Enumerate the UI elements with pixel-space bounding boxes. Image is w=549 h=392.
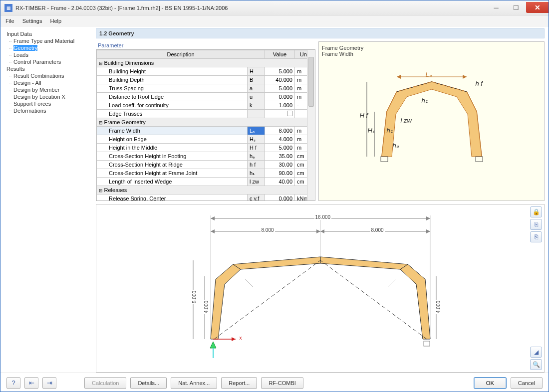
cell-value[interactable]: 90.00 (265, 169, 295, 178)
report-button[interactable]: Report... (221, 377, 257, 389)
cell-value[interactable]: 5.000 (265, 67, 295, 76)
tree-design-location[interactable]: Design by Location X (5, 93, 91, 100)
cell-value[interactable]: 0.000 (265, 195, 295, 201)
cell-desc[interactable]: Frame Width (97, 127, 248, 135)
group-releases[interactable]: Releases (97, 186, 315, 195)
calculation-button[interactable]: Calculation (84, 377, 126, 389)
grid-scrollbar[interactable] (307, 50, 315, 200)
cell-desc[interactable]: Building Height (97, 67, 248, 76)
cell-desc[interactable]: Release Spring, Center (97, 195, 248, 201)
frame-viewer[interactable]: 🔒 ⎘ ⎘ ◢ 🔍 (96, 204, 545, 373)
cell-value[interactable]: 5.000 (265, 84, 295, 93)
cell-desc[interactable]: Cross-Section Height in Footing (97, 152, 248, 161)
copy-button[interactable]: ⎘ (530, 219, 542, 230)
table-row[interactable]: Truss Spacing a 5.000 m (97, 84, 315, 93)
cell-desc[interactable]: Length of Inserted Wedge (97, 178, 248, 186)
cell-value[interactable]: 0.000 (265, 93, 295, 101)
zoom-button[interactable]: 🔍 (530, 359, 542, 370)
table-row[interactable]: Edge Trusses (97, 110, 315, 118)
tree-result-combi[interactable]: Result Combinations (5, 72, 91, 79)
copy2-button[interactable]: ⎘ (530, 231, 542, 242)
tree-control-params[interactable]: Control Parameters (5, 58, 91, 65)
rf-combi-button[interactable]: RF-COMBI (261, 377, 303, 389)
cell-value[interactable] (265, 110, 295, 118)
prev-button[interactable]: ⇤ (24, 377, 38, 389)
preview-panel: Frame Geometry Frame Width (318, 41, 545, 201)
cell-desc[interactable]: Load coeff. for continuity (97, 101, 248, 110)
table-row[interactable]: Release Spring, Center c y,f 0.000 kNm/ (97, 195, 315, 201)
svg-rect-0 (381, 157, 388, 162)
cancel-button[interactable]: Cancel (511, 377, 543, 389)
dim-width: 16.000 (314, 214, 332, 220)
svg-marker-3 (397, 75, 401, 79)
ok-button[interactable]: OK (474, 377, 507, 389)
lock-button[interactable]: 🔒 (530, 206, 542, 217)
dim-half1: 8.000 (261, 227, 275, 233)
table-row[interactable]: Distance to Roof Edge u 0.000 m (97, 93, 315, 101)
cell-value[interactable]: 8.000 (265, 127, 295, 135)
svg-marker-15 (426, 229, 430, 233)
dim-he1: 4.000 (204, 300, 209, 314)
panel-title: 1.2 Geometry (96, 28, 545, 38)
tree-design-all[interactable]: Design - All (5, 79, 91, 86)
table-row[interactable]: Cross-Section Height at Frame Joint h₁ 9… (97, 169, 315, 178)
tree-support-forces[interactable]: Support Forces (5, 100, 91, 107)
cell-value[interactable]: 1.000 (265, 101, 295, 110)
tool-button[interactable]: ◢ (530, 347, 542, 358)
cell-symbol (248, 110, 265, 118)
tree-geometry[interactable]: Geometry (5, 44, 91, 51)
cell-value[interactable]: 40.000 (265, 76, 295, 84)
frame-diagram-icon (347, 62, 517, 177)
table-row[interactable]: Load coeff. for continuity k 1.000 - (97, 101, 315, 110)
tree-deformations[interactable]: Deformations (5, 107, 91, 114)
menu-help[interactable]: Help (50, 18, 61, 24)
table-row[interactable]: Cross-Section Height in Footing hₐ 35.00… (97, 152, 315, 161)
nat-annex-button[interactable]: Nat. Annex... (171, 377, 217, 389)
dim-ht: 5.000 (192, 290, 197, 304)
tree-group-input: Input Data (5, 30, 91, 37)
cell-value[interactable]: 5.000 (265, 144, 295, 152)
label-hf: h f (476, 80, 483, 87)
cell-desc[interactable]: Edge Trusses (97, 110, 248, 118)
cell-value[interactable]: 40.00 (265, 178, 295, 186)
tree-loads[interactable]: Loads (5, 51, 91, 58)
cell-desc[interactable]: Cross-Section Height at Frame Joint (97, 169, 248, 178)
table-row[interactable]: Cross-Section Height at Ridge h f 30.00 … (97, 161, 315, 169)
table-row[interactable]: Building Height H 5.000 m (97, 67, 315, 76)
menu-settings[interactable]: Settings (22, 18, 42, 24)
table-row[interactable]: Building Depth B 40.000 m (97, 76, 315, 84)
group-frame-geom[interactable]: Frame Geometry (97, 118, 315, 127)
table-row[interactable]: Height on Edge Hₛ 4.000 m (97, 135, 315, 144)
cell-desc[interactable]: Cross-Section Height at Ridge (97, 161, 248, 169)
svg-marker-13 (316, 229, 320, 233)
cell-desc[interactable]: Distance to Roof Edge (97, 93, 248, 101)
tree-frame-type[interactable]: Frame Type and Material (5, 37, 91, 44)
table-row[interactable]: Length of Inserted Wedge l zw 40.00 cm (97, 178, 315, 186)
table-row[interactable]: Frame Width Lₐ 8.000 m (97, 127, 315, 135)
cell-desc[interactable]: Building Depth (97, 76, 248, 84)
svg-marker-12 (211, 229, 215, 233)
help-button[interactable]: ? (6, 377, 20, 389)
cell-value[interactable]: 30.00 (265, 161, 295, 169)
next-button[interactable]: ⇥ (42, 377, 56, 389)
cell-desc[interactable]: Height on Edge (97, 135, 248, 144)
group-building-dim[interactable]: Building Dimensions (97, 59, 315, 67)
cell-symbol: h f (248, 161, 265, 169)
menu-file[interactable]: File (5, 18, 14, 24)
tree-design-member[interactable]: Design by Member (5, 86, 91, 93)
dim-half2: 8.000 (370, 227, 385, 233)
cell-value[interactable]: 4.000 (265, 135, 295, 144)
col-value[interactable]: Value (265, 50, 295, 59)
cell-value[interactable]: 35.00 (265, 152, 295, 161)
table-row[interactable]: Height in the Middle H f 5.000 m (97, 144, 315, 152)
cell-desc[interactable]: Height in the Middle (97, 144, 248, 152)
parameter-grid[interactable]: Description Value Unit Building Dimensio… (96, 49, 315, 201)
col-description[interactable]: Description (97, 50, 265, 59)
minimize-button[interactable]: ─ (486, 2, 506, 13)
cell-symbol: a (248, 84, 265, 93)
maximize-button[interactable]: ☐ (506, 2, 526, 13)
close-button[interactable]: ✕ (526, 2, 549, 13)
label-h1b: h₁ (387, 127, 393, 134)
details-button[interactable]: Details... (130, 377, 167, 389)
cell-desc[interactable]: Truss Spacing (97, 84, 248, 93)
